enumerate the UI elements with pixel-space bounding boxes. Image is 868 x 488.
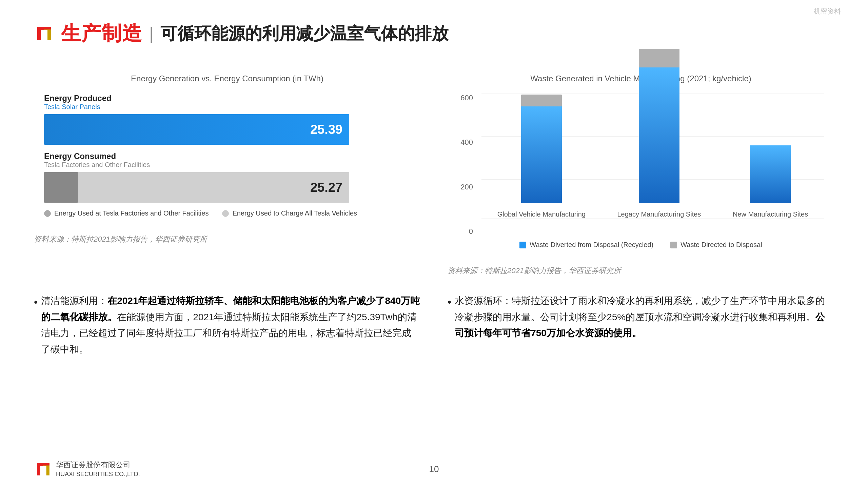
y-label-0: 0 <box>469 227 473 236</box>
legend-dot-factories <box>44 210 51 217</box>
page-number: 10 <box>429 464 439 474</box>
footer-company-name: 华西证券股份有限公司 HUAXI SECURITIES CO.,LTD. <box>56 460 140 479</box>
energy-consumed-value: 25.27 <box>310 180 342 195</box>
energy-produced-label: Energy Produced <box>44 94 410 103</box>
energy-produced-bar: 25.39 <box>44 114 349 145</box>
footer: 华西证券股份有限公司 HUAXI SECURITIES CO.,LTD. 10 <box>0 464 868 474</box>
bar-group-global: Global Vehicle Manufacturing <box>497 95 586 219</box>
left-source: 资料来源：特斯拉2021影响力报告，华西证券研究所 <box>34 234 420 244</box>
waste-chart-container: Waste Generated in Vehicle Manufacturing… <box>448 67 834 256</box>
y-label-600: 600 <box>460 94 473 102</box>
right-panel: Waste Generated in Vehicle Manufacturing… <box>448 67 834 276</box>
energy-produced-value: 25.39 <box>310 122 342 137</box>
legend-square-diverted <box>519 242 526 248</box>
legend-dot-charge <box>222 210 229 217</box>
bullet-right: • <box>448 293 451 341</box>
legend-square-disposal <box>670 242 677 248</box>
footer-logo-icon <box>34 460 53 479</box>
legend-label-factories: Energy Used at Tesla Factories and Other… <box>54 209 209 217</box>
bar-stack-new <box>750 145 791 203</box>
header: 生产制造 | 可循环能源的利用减少温室气体的排放 <box>34 20 834 47</box>
footer-logo: 华西证券股份有限公司 HUAXI SECURITIES CO.,LTD. <box>34 460 140 479</box>
header-subtitle: 可循环能源的利用减少温室气体的排放 <box>160 22 449 45</box>
bottom-right-text: 水资源循环：特斯拉还设计了雨水和冷凝水的再利用系统，减少了生产环节中用水最多的冷… <box>455 293 834 341</box>
waste-legend: Waste Diverted from Disposal (Recycled) … <box>458 241 824 249</box>
y-label-200: 200 <box>460 183 473 191</box>
main-content: Energy Generation vs. Energy Consumption… <box>34 67 834 276</box>
bar-label-global: Global Vehicle Manufacturing <box>497 210 586 219</box>
bar-group-new: New Manufacturing Sites <box>733 145 808 219</box>
waste-chart-area: 600 400 200 0 <box>458 94 824 236</box>
bullet-left: • <box>34 293 38 357</box>
bottom-right-intro: 水资源循环：特斯拉还设计了雨水和冷凝水的再利用系统，减少了生产环节中用水最多的冷… <box>455 296 825 322</box>
energy-chart-container: Energy Generation vs. Energy Consumption… <box>34 67 420 224</box>
y-label-400: 400 <box>460 138 473 147</box>
energy-legend: Energy Used at Tesla Factories and Other… <box>44 209 410 217</box>
right-source: 资料来源：特斯拉2021影响力报告，华西证券研究所 <box>448 266 834 276</box>
energy-produced-sub: Tesla Solar Panels <box>44 103 410 111</box>
bottom-left-intro: 清洁能源利用： <box>41 296 107 306</box>
bar-group-legacy: Legacy Manufacturing Sites <box>617 49 701 219</box>
energy-consumed-sub: Tesla Factories and Other Facilities <box>44 161 410 169</box>
bottom-right-panel: • 水资源循环：特斯拉还设计了雨水和冷凝水的再利用系统，减少了生产环节中用水最多… <box>448 293 834 357</box>
bar-blue-global <box>521 106 562 203</box>
bar-label-new: New Manufacturing Sites <box>733 210 808 219</box>
page: 机密资料 生产制造 | 可循环能源的利用减少温室气体的排放 Energy Gen… <box>0 0 868 488</box>
footer-company-cn: 华西证券股份有限公司 <box>56 460 140 470</box>
legend-item-charge: Energy Used to Charge All Tesla Vehicles <box>222 209 357 217</box>
bar-gray-global <box>521 95 562 106</box>
bottom-left-text: 清洁能源利用：在2021年起通过特斯拉轿车、储能和太阳能电池板的为客户减少了84… <box>41 293 420 357</box>
energy-produced-bar-row: 25.39 <box>44 114 349 145</box>
logo-icon <box>34 23 54 44</box>
bar-stack-global <box>521 95 562 203</box>
energy-consumed-label: Energy Consumed <box>44 151 410 161</box>
y-axis: 600 400 200 0 <box>458 94 478 236</box>
bars-area: Global Vehicle Manufacturing Legacy Manu… <box>481 94 824 219</box>
left-panel: Energy Generation vs. Energy Consumption… <box>34 67 420 276</box>
bar-blue-new <box>750 145 791 203</box>
energy-chart-title: Energy Generation vs. Energy Consumption… <box>44 74 410 83</box>
header-divider: | <box>149 24 154 43</box>
bottom-panels: • 清洁能源利用：在2021年起通过特斯拉轿车、储能和太阳能电池板的为客户减少了… <box>34 293 834 357</box>
legend-item-diverted: Waste Diverted from Disposal (Recycled) <box>519 241 653 249</box>
energy-consumed-bar-row: 25.27 <box>44 172 349 203</box>
grid-line-bottom <box>481 222 824 222</box>
bar-blue-legacy <box>639 67 679 203</box>
footer-company-en: HUAXI SECURITIES CO.,LTD. <box>56 470 140 479</box>
svg-rect-5 <box>37 463 50 465</box>
page-title: 生产制造 <box>61 20 142 47</box>
svg-rect-2 <box>37 27 51 29</box>
energy-consumed-group: Energy Consumed Tesla Factories and Othe… <box>44 151 410 169</box>
bottom-left-panel: • 清洁能源利用：在2021年起通过特斯拉轿车、储能和太阳能电池板的为客户减少了… <box>34 293 420 357</box>
energy-consumed-bar-outer: 25.27 <box>44 172 349 203</box>
energy-produced-group: Energy Produced Tesla Solar Panels <box>44 94 410 111</box>
watermark: 机密资料 <box>814 7 841 16</box>
legend-label-diverted: Waste Diverted from Disposal (Recycled) <box>530 241 653 249</box>
legend-item-factories: Energy Used at Tesla Factories and Other… <box>44 209 209 217</box>
legend-label-disposal: Waste Directed to Disposal <box>680 241 762 249</box>
bar-stack-legacy <box>639 49 679 203</box>
legend-item-disposal: Waste Directed to Disposal <box>670 241 762 249</box>
bar-gray-legacy <box>639 49 679 67</box>
energy-consumed-bar-inner <box>44 172 78 203</box>
legend-label-charge: Energy Used to Charge All Tesla Vehicles <box>232 209 357 217</box>
bar-label-legacy: Legacy Manufacturing Sites <box>617 210 701 219</box>
